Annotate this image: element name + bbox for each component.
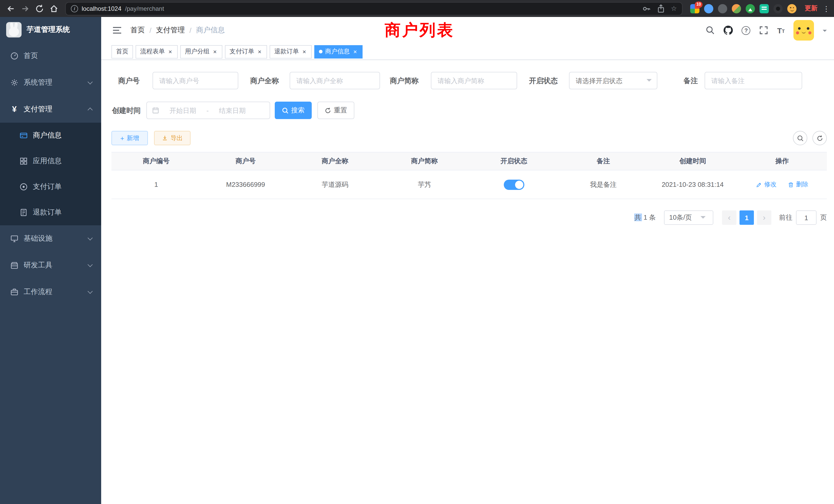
browser-extension-icon[interactable] (746, 4, 755, 13)
toggle-search-button[interactable] (793, 131, 807, 145)
browser-extension-icon[interactable] (718, 4, 727, 13)
grid-icon (20, 157, 28, 165)
tab-process-form[interactable]: 流程表单× (136, 45, 178, 58)
chevron-down-icon (88, 235, 93, 240)
user-avatar[interactable] (793, 20, 814, 41)
merchant-no-input[interactable] (153, 72, 238, 89)
search-button[interactable]: 搜索 (275, 101, 312, 119)
reset-button[interactable]: 重置 (317, 101, 354, 119)
bookmark-star-icon[interactable]: ☆ (671, 5, 677, 12)
edit-link[interactable]: 修改 (756, 180, 776, 189)
search-icon[interactable] (706, 26, 715, 35)
font-size-icon[interactable]: TT (777, 26, 785, 34)
total-suffix: 条 (649, 213, 656, 221)
status-select[interactable] (569, 72, 657, 89)
share-icon[interactable] (657, 4, 666, 13)
caret-down-icon[interactable] (823, 29, 827, 33)
delete-link[interactable]: 删除 (788, 180, 808, 189)
download-icon (162, 135, 168, 141)
refresh-table-button[interactable] (812, 131, 827, 145)
column-header: 开启状态 (469, 157, 558, 166)
sidebar-item-dev-tools[interactable]: 研发工具 (0, 252, 101, 279)
sidebar-item-app-info[interactable]: 应用信息 (0, 148, 101, 174)
forward-button[interactable] (19, 2, 32, 15)
browser-extension-icon[interactable] (704, 4, 713, 13)
password-key-icon[interactable] (642, 4, 652, 13)
sidebar-item-payment[interactable]: ¥ 支付管理 (0, 96, 101, 123)
back-button[interactable] (4, 2, 18, 15)
add-button[interactable]: + 新增 (111, 131, 148, 145)
sidebar-item-label: 研发工具 (24, 261, 52, 270)
close-icon[interactable]: × (168, 48, 173, 55)
column-header: 备注 (558, 157, 648, 166)
next-page-button[interactable]: › (757, 210, 771, 225)
breadcrumb-separator: / (190, 26, 192, 35)
address-bar[interactable]: i localhost:1024/pay/merchant ☆ (66, 2, 682, 15)
tab-home[interactable]: 首页 (111, 45, 133, 58)
browser-extension-icon[interactable]: 10 (690, 4, 699, 13)
close-icon[interactable]: × (352, 48, 358, 55)
tab-payment-order[interactable]: 支付订单× (225, 45, 267, 58)
close-icon[interactable]: × (212, 48, 218, 55)
tab-user-group[interactable]: 用户分组× (180, 45, 222, 58)
status-select-field[interactable] (570, 77, 644, 85)
sidebar-item-label: 应用信息 (33, 157, 62, 166)
update-button[interactable]: 更新 (805, 4, 817, 13)
end-date-input[interactable] (211, 107, 254, 114)
page-1-button[interactable]: 1 (740, 210, 754, 225)
github-icon[interactable] (724, 26, 733, 35)
cell-merchant-short-name: 芋艿 (380, 180, 469, 189)
sidebar: 芋道管理系统 首页 系统管理 ¥ 支付管理 商户信息 应用信息 (0, 17, 101, 504)
help-icon[interactable]: ? (742, 26, 750, 35)
browser-extension-icon[interactable] (760, 4, 769, 13)
column-header: 商户号 (201, 157, 290, 166)
chevron-down-icon (88, 262, 93, 267)
sidebar-item-label: 退款订单 (33, 208, 62, 217)
remark-input[interactable] (705, 72, 802, 89)
app-logo[interactable]: 芋道管理系统 (0, 17, 101, 43)
annotation-merchant-list: 商户列表 (385, 20, 455, 41)
column-header: 商户编号 (111, 157, 201, 166)
sidebar-item-refund-order[interactable]: 退款订单 (0, 200, 101, 225)
chevron-up-icon (88, 108, 93, 113)
page-size-select[interactable]: 10条/页 (664, 210, 713, 225)
cell-merchant-no: M233666999 (201, 181, 290, 188)
sidebar-item-infrastructure[interactable]: 基础设施 (0, 225, 101, 252)
browser-menu-icon[interactable]: ⋮ (823, 4, 830, 13)
sidebar-item-system[interactable]: 系统管理 (0, 69, 101, 96)
breadcrumb-payment[interactable]: 支付管理 (156, 26, 185, 35)
tab-merchant-info[interactable]: 商户信息× (314, 45, 363, 58)
sidebar-item-merchant-info[interactable]: 商户信息 (0, 123, 101, 148)
create-time-range-picker[interactable]: - (146, 101, 270, 119)
home-button[interactable] (47, 2, 61, 15)
site-info-icon[interactable]: i (71, 5, 78, 12)
bank-card-icon (20, 131, 28, 140)
reload-button[interactable] (33, 2, 46, 15)
sidebar-item-payment-order[interactable]: 支付订单 (0, 174, 101, 200)
merchant-name-input[interactable] (290, 72, 380, 89)
sidebar-item-workflow[interactable]: 工作流程 (0, 279, 101, 305)
prev-page-button[interactable]: ‹ (722, 210, 737, 225)
record-circle-icon (20, 183, 28, 191)
chevron-right-icon: › (763, 213, 766, 222)
browser-profile-icon[interactable] (787, 4, 796, 13)
browser-extension-icon[interactable] (773, 4, 783, 13)
status-toggle[interactable] (504, 179, 524, 190)
merchant-table: 商户编号 商户号 商户全称 商户简称 开启状态 备注 创建时间 操作 1 M23… (111, 152, 827, 199)
browser-extension-icon[interactable] (732, 4, 741, 13)
close-icon[interactable]: × (257, 48, 262, 55)
breadcrumb-home[interactable]: 首页 (130, 26, 145, 35)
merchant-short-name-input[interactable] (431, 72, 517, 89)
start-date-input[interactable] (161, 107, 204, 114)
hamburger-button[interactable] (112, 26, 122, 35)
filter-label-status: 开启状态 (529, 72, 558, 89)
goto-page-input[interactable] (796, 210, 816, 225)
tab-refund-order[interactable]: 退款订单× (270, 45, 312, 58)
close-icon[interactable]: × (302, 48, 307, 55)
edit-link-label: 修改 (764, 180, 776, 189)
fullscreen-icon[interactable] (759, 26, 769, 35)
export-button[interactable]: 导出 (154, 131, 191, 145)
main-area: 首页 / 支付管理 / 商户信息 ? TT 商户列表 首页 流程表单× 用户分组… (101, 17, 834, 504)
sidebar-item-home[interactable]: 首页 (0, 43, 101, 69)
search-button-label: 搜索 (291, 106, 305, 115)
